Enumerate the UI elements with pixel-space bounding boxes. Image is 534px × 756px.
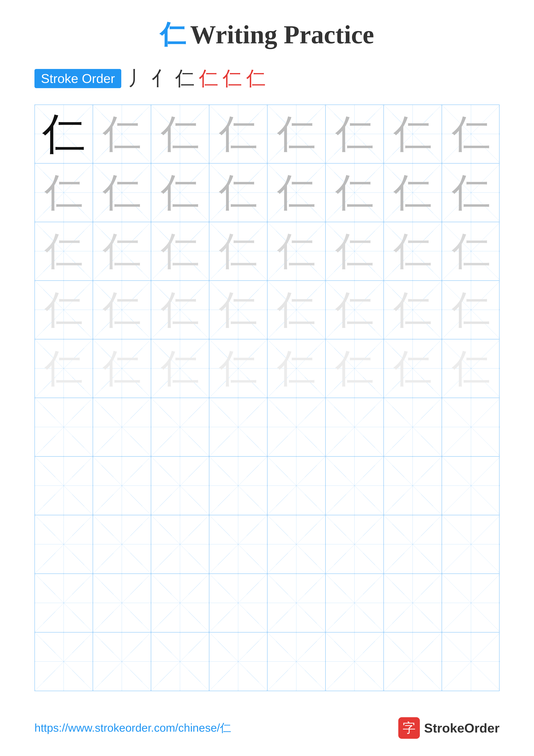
grid-cell-empty[interactable] (35, 398, 93, 456)
grid-cell-empty[interactable] (151, 574, 209, 632)
practice-char: 仁 (393, 349, 432, 388)
practice-char: 仁 (393, 290, 432, 329)
grid-cell-empty[interactable] (151, 457, 209, 515)
grid-cell-empty[interactable] (384, 574, 442, 632)
title-chinese-char: 仁 (160, 20, 186, 49)
grid-cell-empty[interactable] (209, 633, 267, 691)
grid-row: 仁 仁 仁 仁 仁 仁 仁 仁 (35, 339, 499, 398)
practice-char: 仁 (452, 115, 491, 153)
grid-cell: 仁 (442, 222, 500, 281)
grid-cell: 仁 (442, 105, 500, 163)
stroke-order-badge: Stroke Order (35, 69, 121, 88)
grid-cell-empty[interactable] (384, 398, 442, 456)
stroke-6: 仁 (246, 65, 266, 92)
stroke-1: 丿 (128, 65, 147, 92)
practice-char: 仁 (335, 232, 374, 271)
grid-cell-empty[interactable] (267, 398, 326, 456)
grid-cell: 仁 (267, 339, 326, 398)
grid-cell: 仁 (384, 164, 442, 222)
practice-char: 仁 (42, 113, 85, 156)
practice-char: 仁 (161, 349, 199, 388)
practice-char: 仁 (219, 115, 258, 153)
grid-cell: 仁 (326, 339, 384, 398)
practice-char: 仁 (277, 349, 316, 388)
grid-cell: 仁 (384, 222, 442, 281)
practice-char: 仁 (335, 173, 374, 212)
grid-cell-empty[interactable] (151, 633, 209, 691)
grid-cell-empty[interactable] (442, 398, 500, 456)
grid-cell-empty[interactable] (442, 633, 500, 691)
grid-cell-empty[interactable] (151, 515, 209, 574)
stroke-sequence: 丿 亻 仁 仁 仁 仁 (128, 65, 266, 92)
grid-cell-empty[interactable] (442, 457, 500, 515)
grid-cell: 仁 (93, 339, 151, 398)
practice-char: 仁 (277, 290, 316, 329)
grid-cell-empty[interactable] (267, 574, 326, 632)
grid-cell-empty[interactable] (209, 398, 267, 456)
grid-cell: 仁 (151, 339, 209, 398)
stroke-order-section: Stroke Order 丿 亻 仁 仁 仁 仁 (0, 65, 534, 92)
grid-cell: 仁 (35, 164, 93, 222)
practice-char: 仁 (393, 173, 432, 212)
grid-row: 仁 仁 仁 仁 仁 仁 仁 仁 (35, 222, 499, 281)
grid-cell-empty[interactable] (267, 633, 326, 691)
grid-cell-empty[interactable] (35, 515, 93, 574)
grid-cell: 仁 (442, 164, 500, 222)
grid-cell-empty[interactable] (93, 574, 151, 632)
practice-char: 仁 (103, 232, 141, 271)
grid-cell-empty[interactable] (326, 633, 384, 691)
practice-char: 仁 (44, 349, 83, 388)
grid-cell-empty[interactable] (209, 515, 267, 574)
grid-cell: 仁 (93, 281, 151, 339)
grid-cell: 仁 (151, 281, 209, 339)
grid-row: 仁 仁 仁 仁 仁 仁 仁 仁 (35, 105, 499, 164)
grid-cell: 仁 (267, 281, 326, 339)
grid-cell-empty[interactable] (384, 633, 442, 691)
grid-cell: 仁 (267, 222, 326, 281)
grid-cell-empty[interactable] (326, 574, 384, 632)
grid-cell: 仁 (384, 339, 442, 398)
grid-cell-empty[interactable] (35, 457, 93, 515)
grid-cell-empty[interactable] (267, 457, 326, 515)
practice-char: 仁 (219, 173, 258, 212)
grid-cell-empty[interactable] (442, 574, 500, 632)
grid-cell-empty[interactable] (151, 398, 209, 456)
footer-brand: 字 StrokeOrder (398, 717, 499, 739)
title-label: Writing Practice (190, 20, 374, 49)
grid-cell-empty[interactable] (209, 457, 267, 515)
practice-char: 仁 (277, 232, 316, 271)
grid-cell-empty[interactable] (442, 515, 500, 574)
grid-cell-empty[interactable] (93, 398, 151, 456)
grid-cell-empty[interactable] (267, 515, 326, 574)
practice-char: 仁 (277, 115, 316, 153)
grid-cell: 仁 (93, 222, 151, 281)
grid-cell-empty[interactable] (35, 633, 93, 691)
grid-cell-empty[interactable] (93, 515, 151, 574)
grid-cell: 仁 (209, 339, 267, 398)
grid-cell: 仁 (442, 339, 500, 398)
grid-cell-empty[interactable] (209, 574, 267, 632)
footer: https://www.strokeorder.com/chinese/仁 字 … (35, 717, 499, 739)
grid-cell-empty[interactable] (326, 398, 384, 456)
grid-cell-empty[interactable] (93, 633, 151, 691)
practice-char: 仁 (452, 290, 491, 329)
grid-cell-empty[interactable] (384, 457, 442, 515)
grid-cell: 仁 (326, 105, 384, 163)
grid-cell-empty[interactable] (326, 457, 384, 515)
practice-char: 仁 (452, 232, 491, 271)
grid-row-empty (35, 398, 499, 457)
practice-char: 仁 (335, 115, 374, 153)
brand-name: StrokeOrder (424, 721, 499, 736)
grid-cell-empty[interactable] (93, 457, 151, 515)
grid-cell: 仁 (209, 222, 267, 281)
grid-cell: 仁 (93, 164, 151, 222)
practice-char: 仁 (103, 290, 141, 329)
practice-grid: 仁 仁 仁 仁 仁 仁 仁 仁 (35, 104, 499, 691)
grid-cell-empty[interactable] (35, 574, 93, 632)
grid-cell: 仁 (267, 164, 326, 222)
grid-cell-empty[interactable] (384, 515, 442, 574)
grid-cell: 仁 (326, 164, 384, 222)
grid-cell-empty[interactable] (326, 515, 384, 574)
page-title: 仁Writing Practice (0, 0, 534, 65)
grid-cell: 仁 (384, 105, 442, 163)
